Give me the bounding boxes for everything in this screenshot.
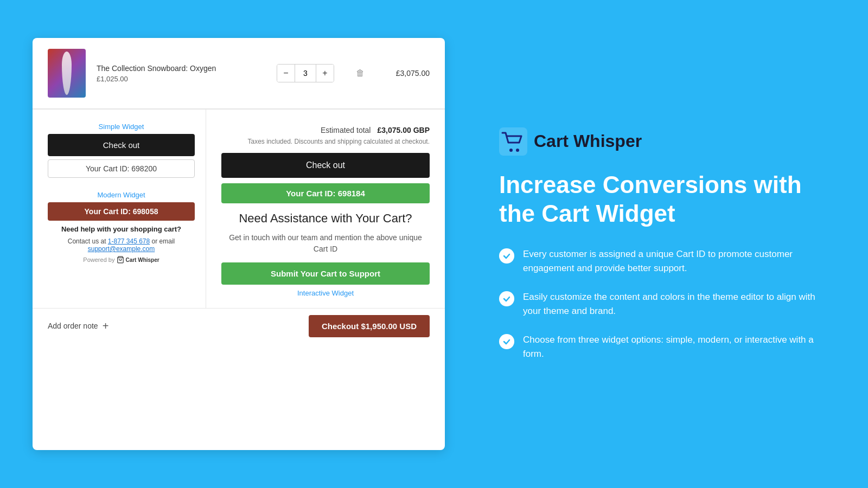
phone-link[interactable]: 1-877 345 678 (108, 237, 150, 245)
feature-item-2: Easily customize the content and colors … (499, 290, 835, 318)
feature-list: Every customer is assigned a unique Cart… (499, 247, 835, 361)
email-link[interactable]: support@example.com (88, 245, 155, 253)
delete-icon[interactable]: 🗑 (356, 68, 365, 78)
qty-decrease-button[interactable]: − (277, 65, 295, 82)
estimated-label: Estimated total (321, 126, 371, 134)
product-total: £3,075.00 (386, 69, 430, 78)
brand-name: Cart Whisper (534, 131, 642, 151)
feature-item-1: Every customer is assigned a unique Cart… (499, 247, 835, 275)
interactive-widget-label: Interactive Widget (221, 289, 430, 297)
main-headline: Increase Conversions with the Cart Widge… (499, 171, 835, 228)
modern-contact: Contact us at 1-877 345 678 or email sup… (48, 237, 195, 253)
qty-increase-button[interactable]: + (316, 65, 334, 82)
right-widgets: Estimated total £3,075.00 GBP Taxes incl… (206, 110, 445, 308)
simple-widget-label: Simple Widget (48, 123, 195, 131)
simple-checkout-button[interactable]: Check out (48, 134, 195, 156)
check-icon-1 (499, 248, 514, 264)
powered-brand-name: Cart Whisper (125, 257, 159, 263)
submit-cart-button[interactable]: Submit Your Cart to Support (221, 262, 430, 285)
svg-rect-1 (499, 127, 527, 156)
cart-container: The Collection Snowboard: Oxygen £1,025.… (33, 38, 445, 450)
brand-header: Cart Whisper (499, 127, 835, 156)
add-note[interactable]: Add order note + (48, 320, 108, 332)
get-in-touch: Get in touch with our team and mention t… (221, 232, 430, 255)
check-icon-2 (499, 291, 514, 306)
cart-whisper-logo-icon (499, 127, 527, 156)
checkout-brown-button[interactable]: Checkout $1,950.00 USD (309, 315, 430, 337)
left-panel: The Collection Snowboard: Oxygen £1,025.… (0, 0, 467, 488)
qty-input[interactable] (295, 65, 316, 82)
product-info: The Collection Snowboard: Oxygen £1,025.… (97, 64, 266, 83)
add-note-icon: + (103, 320, 109, 332)
feature-text-2: Easily customize the content and colors … (523, 290, 835, 318)
product-name: The Collection Snowboard: Oxygen (97, 64, 266, 73)
modern-need-help: Need help with your shopping cart? (48, 225, 195, 233)
powered-by: Powered by Cart Whisper (48, 256, 195, 264)
modern-cart-id: Your Cart ID: 698058 (48, 202, 195, 221)
feature-text-3: Choose from three widget options: simple… (523, 333, 835, 361)
svg-point-3 (516, 149, 519, 152)
simple-cart-id: Your Cart ID: 698200 (48, 159, 195, 178)
interactive-cart-id: Your Cart ID: 698184 (221, 183, 430, 203)
estimated-row: Estimated total £3,075.00 GBP (221, 120, 430, 134)
tax-note: Taxes included. Discounts and shipping c… (221, 138, 430, 145)
product-unit-price: £1,025.00 (97, 75, 266, 83)
check-icon-3 (499, 334, 514, 349)
product-row: The Collection Snowboard: Oxygen £1,025.… (33, 38, 445, 109)
left-widgets: Simple Widget Check out Your Cart ID: 69… (33, 110, 206, 308)
feature-text-1: Every customer is assigned a unique Cart… (523, 247, 835, 275)
estimated-value: £3,075.00 GBP (377, 126, 430, 134)
quantity-control[interactable]: − + (277, 64, 334, 82)
need-assistance-title: Need Assistance with Your Cart? (221, 211, 430, 227)
modern-widget-label: Modern Widget (48, 191, 195, 199)
feature-item-3: Choose from three widget options: simple… (499, 333, 835, 361)
svg-point-2 (509, 149, 513, 152)
widgets-area: Simple Widget Check out Your Cart ID: 69… (33, 110, 445, 308)
main-checkout-button[interactable]: Check out (221, 153, 430, 178)
product-image (48, 49, 86, 98)
right-panel: Cart Whisper Increase Conversions with t… (467, 0, 868, 488)
bottom-bar: Add order note + Checkout $1,950.00 USD (33, 308, 445, 344)
